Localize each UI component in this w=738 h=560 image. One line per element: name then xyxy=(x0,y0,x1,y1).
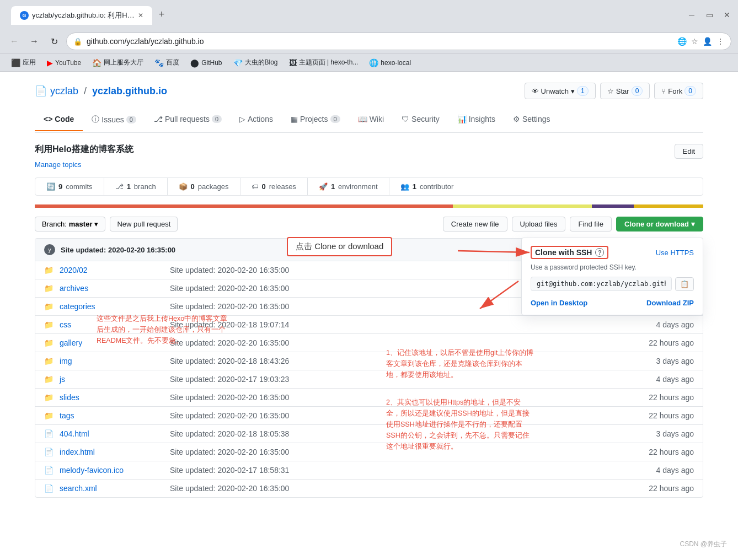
clone-dropdown-header: Clone with SSH ? Use HTTPS xyxy=(531,246,694,259)
file-link[interactable]: search.xml xyxy=(60,484,159,493)
stat-environment[interactable]: 🚀 1 environment xyxy=(308,178,389,195)
create-new-file-btn[interactable]: Create new file xyxy=(443,217,507,231)
star-icon: ☆ xyxy=(607,87,614,95)
minimize-btn[interactable]: ─ xyxy=(687,10,696,19)
file-time: 3 days ago xyxy=(644,357,694,365)
folder-icon: 📁 xyxy=(44,302,54,311)
fork-btn[interactable]: ⑂ Fork 0 xyxy=(654,83,703,99)
file-link[interactable]: slides xyxy=(60,393,159,402)
github-page: 📄 yczlab / yczlab.github.io 👁 Unwatch ▾ … xyxy=(22,72,716,518)
copy-url-btn[interactable]: 📋 xyxy=(675,277,694,291)
bookmark-service[interactable]: 🏠 网上服务大厅 xyxy=(88,56,148,69)
bookmark-theme[interactable]: 🖼 主题页面 | hexo-th... xyxy=(285,56,363,69)
back-btn[interactable]: ← xyxy=(7,34,22,49)
repo-name-link[interactable]: yczlab.github.io xyxy=(92,85,167,97)
hexo-icon: 🌐 xyxy=(369,58,378,67)
stat-releases[interactable]: 🏷 0 releases xyxy=(240,178,308,195)
bookmark-theme-label: 主题页面 | hexo-th... xyxy=(299,58,359,67)
file-time: 22 hours ago xyxy=(644,393,694,402)
new-pull-request-btn[interactable]: New pull request xyxy=(110,217,178,231)
repo-header: 📄 yczlab / yczlab.github.io 👁 Unwatch ▾ … xyxy=(35,83,703,99)
progress-segment-4 xyxy=(634,204,703,208)
file-link[interactable]: categories xyxy=(60,302,159,311)
maximize-btn[interactable]: ▭ xyxy=(705,10,714,19)
tab-projects[interactable]: ▦ Projects 0 xyxy=(282,108,349,132)
branch-dropdown-btn[interactable]: Branch: master ▾ xyxy=(35,217,105,231)
tab-issues[interactable]: ⓘ Issues 0 xyxy=(83,108,145,132)
folder-icon: 📁 xyxy=(44,411,54,420)
blog-icon: 💎 xyxy=(233,58,243,67)
repo-desc-section: 利用Helo搭建的博客系统 Manage topics Edit xyxy=(35,144,703,169)
star-btn[interactable]: ☆ Star 0 xyxy=(600,83,650,99)
file-link[interactable]: 404.html xyxy=(60,429,159,438)
clone-help-icon[interactable]: ? xyxy=(595,248,604,257)
close-btn[interactable]: ✕ xyxy=(723,10,731,19)
tab-settings[interactable]: ⚙ Settings xyxy=(504,108,559,132)
file-link[interactable]: img xyxy=(60,357,159,365)
file-link[interactable]: 2020/02 xyxy=(60,266,159,274)
stat-commits[interactable]: 🔄 9 commits xyxy=(35,178,104,195)
bookmark-youtube[interactable]: ▶ YouTube xyxy=(42,57,85,69)
file-commit-msg: Site updated: 2020-02-20 16:35:00 xyxy=(159,448,644,456)
file-link[interactable]: index.html xyxy=(60,448,159,456)
download-zip-btn[interactable]: Download ZIP xyxy=(646,299,694,307)
clone-footer: Open in Desktop Download ZIP xyxy=(531,299,694,307)
file-time: 22 hours ago xyxy=(644,448,694,456)
file-link[interactable]: css xyxy=(60,320,159,329)
apps-icon: ⬛ xyxy=(11,58,20,67)
breadcrumb-slash: / xyxy=(84,85,87,97)
tab-insights[interactable]: 📊 Insights xyxy=(448,108,504,132)
bookmark-star-icon: ☆ xyxy=(691,37,698,46)
url-bar[interactable]: 🔒 github.com/yczlab/yczlab.github.io 🌐 ☆… xyxy=(66,33,731,50)
refresh-btn[interactable]: ↻ xyxy=(46,34,62,49)
table-row: 📁 js Site updated: 2020-02-17 19:03:23 4… xyxy=(35,370,703,389)
bookmark-apps-label: 应用 xyxy=(23,58,36,67)
bookmark-github[interactable]: ⬤ GitHub xyxy=(186,57,226,69)
new-tab-btn[interactable]: + xyxy=(152,4,172,25)
edit-btn[interactable]: Edit xyxy=(675,144,703,159)
manage-topics-link[interactable]: Manage topics xyxy=(35,160,82,169)
projects-icon: ▦ xyxy=(291,115,298,123)
tab-pulls[interactable]: ⎇ Pull requests 0 xyxy=(145,108,231,132)
repo-owner-link[interactable]: yczlab xyxy=(50,85,78,97)
open-desktop-btn[interactable]: Open in Desktop xyxy=(531,299,587,307)
forward-btn[interactable]: → xyxy=(26,34,42,49)
packages-icon: 📦 xyxy=(179,182,188,191)
stat-packages[interactable]: 📦 0 packages xyxy=(168,178,240,195)
repo-description: 利用Helo搭建的博客系统 xyxy=(35,144,133,155)
file-link[interactable]: archives xyxy=(60,284,159,293)
tab-title: yczlab/yczlab.github.io: 利用H… xyxy=(32,10,135,20)
tab-wiki[interactable]: 📖 Wiki xyxy=(349,108,393,132)
bookmark-apps[interactable]: ⬛ 应用 xyxy=(7,56,40,69)
tab-code[interactable]: <> Code xyxy=(35,108,83,132)
file-link[interactable]: tags xyxy=(60,411,159,420)
stats-section: 🔄 9 commits ⎇ 1 branch 📦 0 packages 🏷 0 xyxy=(35,177,703,208)
tab-bar: G yczlab/yczlab.github.io: 利用H… ✕ + xyxy=(7,4,175,25)
file-link[interactable]: gallery xyxy=(60,338,159,347)
stat-branch[interactable]: ⎇ 1 branch xyxy=(104,178,168,195)
use-https-link[interactable]: Use HTTPS xyxy=(656,249,694,257)
bookmark-hexo[interactable]: 🌐 hexo-local xyxy=(365,57,415,69)
releases-icon: 🏷 xyxy=(252,182,259,191)
stat-contributor[interactable]: 👥 1 contributor xyxy=(389,178,465,195)
upload-files-btn[interactable]: Upload files xyxy=(512,217,566,231)
find-file-btn[interactable]: Find file xyxy=(570,217,612,231)
file-link[interactable]: melody-favicon.ico xyxy=(60,466,159,475)
clone-dropdown-chevron: ▾ xyxy=(691,220,695,228)
file-link[interactable]: js xyxy=(60,375,159,384)
bookmark-baidu[interactable]: 🐾 百度 xyxy=(150,56,184,69)
translate-icon: 🌐 xyxy=(677,37,687,46)
bookmark-blog[interactable]: 💎 大虫的Blog xyxy=(229,56,282,69)
watch-btn[interactable]: 👁 Unwatch ▾ 1 xyxy=(525,83,596,99)
tab-close-btn[interactable]: ✕ xyxy=(138,12,143,19)
active-tab[interactable]: G yczlab/yczlab.github.io: 利用H… ✕ xyxy=(11,6,152,25)
stats-bar: 🔄 9 commits ⎇ 1 branch 📦 0 packages 🏷 0 xyxy=(35,177,703,196)
clone-or-download-btn[interactable]: Clone or download ▾ xyxy=(616,217,703,231)
code-icon: <> xyxy=(44,115,52,123)
tab-security[interactable]: 🛡 Security xyxy=(393,108,448,132)
clone-url-input[interactable] xyxy=(531,277,672,291)
tab-actions[interactable]: ▷ Actions xyxy=(231,108,282,132)
settings-icon: ⚙ xyxy=(513,115,520,123)
service-icon: 🏠 xyxy=(92,58,101,67)
pulls-badge: 0 xyxy=(212,115,222,123)
